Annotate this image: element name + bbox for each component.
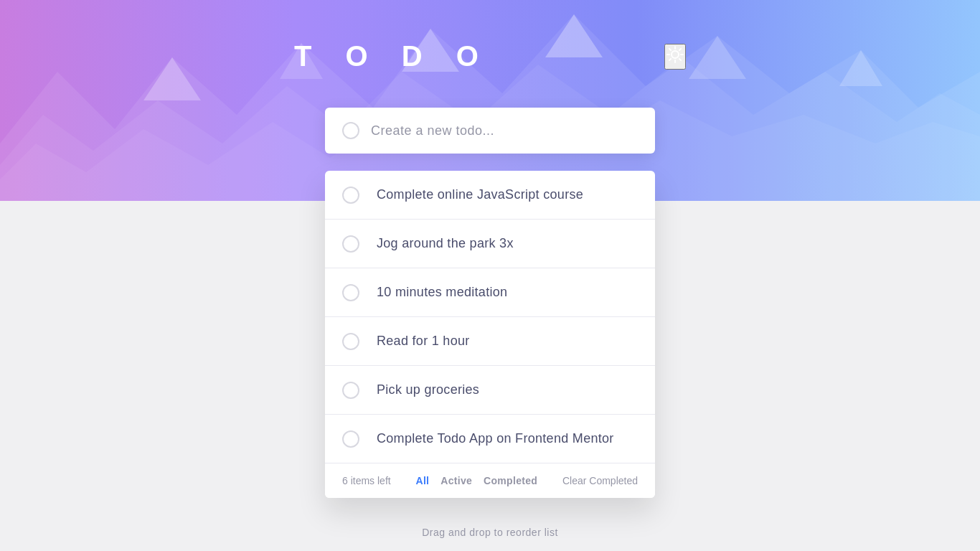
theme-toggle-button[interactable] bbox=[664, 44, 686, 70]
todo-checkbox-1[interactable] bbox=[342, 187, 359, 204]
sun-icon bbox=[666, 45, 684, 64]
svg-line-18 bbox=[669, 58, 671, 60]
clear-completed-button[interactable]: Clear Completed bbox=[562, 475, 638, 486]
svg-line-16 bbox=[679, 58, 681, 60]
todo-checkbox-2[interactable] bbox=[342, 235, 359, 253]
todo-checkbox-6[interactable] bbox=[342, 430, 359, 448]
todo-checkbox-5[interactable] bbox=[342, 382, 359, 399]
new-todo-input-container bbox=[325, 108, 655, 154]
filter-buttons: All Active Completed bbox=[415, 475, 537, 486]
new-todo-input[interactable] bbox=[371, 123, 638, 138]
todo-text-4: Read for 1 hour bbox=[377, 334, 470, 349]
todo-item[interactable]: 10 minutes meditation ✕ bbox=[325, 268, 655, 317]
drag-hint: Drag and drop to reorder list bbox=[325, 527, 655, 538]
main-content: Complete online JavaScript course ✕ Jog … bbox=[0, 201, 980, 551]
app-title: T O D O bbox=[294, 40, 491, 72]
header: T O D O bbox=[0, 0, 980, 72]
filter-active-button[interactable]: Active bbox=[440, 475, 472, 486]
todo-list: Complete online JavaScript course ✕ Jog … bbox=[325, 171, 655, 498]
todo-checkbox-3[interactable] bbox=[342, 284, 359, 301]
filter-all-button[interactable]: All bbox=[415, 475, 429, 486]
svg-line-17 bbox=[679, 48, 681, 50]
todo-container: Complete online JavaScript course ✕ Jog … bbox=[325, 201, 655, 538]
todo-text-1: Complete online JavaScript course bbox=[377, 187, 583, 202]
todo-text-6: Complete Todo App on Frontend Mentor bbox=[377, 431, 614, 446]
todo-checkbox-4[interactable] bbox=[342, 333, 359, 350]
todo-item[interactable]: Read for 1 hour ✕ bbox=[325, 317, 655, 366]
todo-item[interactable]: Pick up groceries ✕ bbox=[325, 366, 655, 415]
todo-item[interactable]: Complete online JavaScript course ✕ bbox=[325, 171, 655, 220]
items-left-count: 6 items left bbox=[342, 475, 391, 486]
svg-line-15 bbox=[669, 48, 671, 50]
todo-footer: 6 items left All Active Completed Clear … bbox=[325, 463, 655, 498]
todo-text-3: 10 minutes meditation bbox=[377, 285, 507, 300]
todo-text-5: Pick up groceries bbox=[377, 382, 479, 397]
todo-item[interactable]: Complete Todo App on Frontend Mentor ✕ bbox=[325, 415, 655, 463]
svg-point-10 bbox=[672, 51, 679, 58]
todo-item[interactable]: Jog around the park 3x ✕ bbox=[325, 220, 655, 268]
todo-text-2: Jog around the park 3x bbox=[377, 236, 514, 251]
new-todo-circle-button[interactable] bbox=[342, 122, 359, 139]
filter-completed-button[interactable]: Completed bbox=[484, 475, 537, 486]
new-todo-wrapper bbox=[325, 108, 655, 154]
